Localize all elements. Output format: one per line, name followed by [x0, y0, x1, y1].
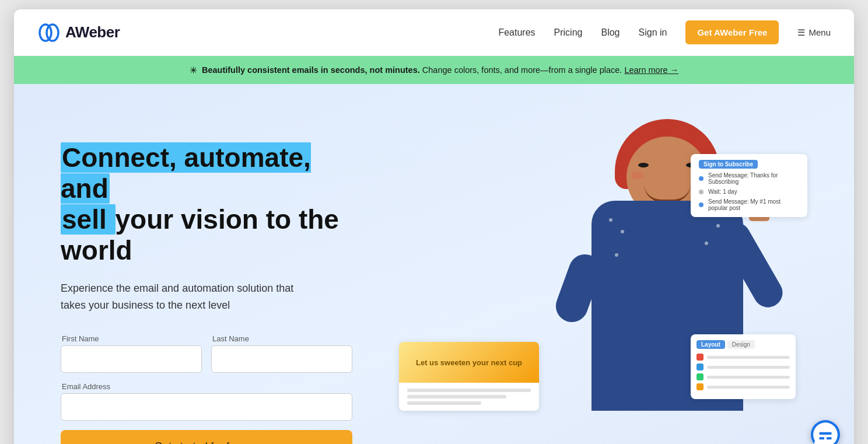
- nav-links: Features Pricing Blog Sign in Get AWeber…: [498, 20, 831, 44]
- hero-title-sell-highlight: sell: [61, 204, 116, 235]
- name-fields-row: First Name Last Name: [61, 334, 352, 373]
- hero-image-area: Sign to Subscribe Send Message: Thanks f…: [352, 119, 831, 411]
- email-label: Email Address: [61, 382, 352, 391]
- first-name-label: First Name: [61, 334, 202, 343]
- nav-signin[interactable]: Sign in: [639, 27, 667, 38]
- builder-row-1: [696, 354, 790, 361]
- nav-pricing[interactable]: Pricing: [554, 27, 583, 38]
- automation-row-2: Send Message: Thanks for Subscribing: [699, 172, 799, 185]
- builder-bar-4: [707, 386, 790, 389]
- email-card-line-2: [407, 395, 506, 398]
- builder-color-swatch-3: [696, 373, 704, 380]
- navbar: AWeber Features Pricing Blog Sign in Get…: [14, 9, 854, 56]
- menu-label: Menu: [808, 27, 831, 37]
- email-card-line-1: [407, 389, 531, 392]
- svg-point-1: [47, 25, 58, 41]
- email-card-line-3: [407, 401, 481, 405]
- first-name-input[interactable]: [61, 345, 202, 373]
- builder-bar-2: [707, 366, 790, 369]
- person-smile: [644, 184, 691, 202]
- banner-bold: Beautifully consistent emails in seconds…: [202, 65, 420, 75]
- hero-content: Connect, automate, and sell your vision …: [61, 119, 352, 444]
- automation-label-3: Send Message: My #1 most popular post: [708, 198, 799, 211]
- email-card-header-text: Let us sweeten your next cup: [416, 358, 522, 367]
- automation-tag-subscribe: Sign to Subscribe: [699, 160, 758, 169]
- builder-color-swatch-1: [696, 354, 704, 361]
- browser-window: AWeber Features Pricing Blog Sign in Get…: [14, 9, 854, 444]
- automation-row-1: Sign to Subscribe: [699, 160, 799, 169]
- announcement-banner: ✳ Beautifully consistent emails in secon…: [14, 56, 854, 84]
- hero-section: Connect, automate, and sell your vision …: [14, 84, 854, 444]
- hero-subtitle: Experience the email and automation solu…: [61, 280, 294, 314]
- automation-dot-1: [699, 176, 704, 181]
- email-input[interactable]: [61, 393, 352, 421]
- chat-icon: [811, 420, 840, 444]
- nav-blog[interactable]: Blog: [601, 27, 620, 38]
- hero-title: Connect, automate, and sell your vision …: [61, 142, 352, 266]
- hamburger-icon: ☰: [797, 27, 805, 38]
- builder-color-swatch-2: [696, 363, 704, 370]
- last-name-label: Last Name: [211, 334, 352, 343]
- automation-dot-3: [699, 202, 704, 207]
- builder-row-2: [696, 363, 790, 370]
- builder-btn-layout: Layout: [696, 340, 725, 349]
- email-field-wrapper: Email Address: [61, 382, 352, 421]
- builder-bar-1: [707, 356, 790, 359]
- builder-row-3: [696, 373, 790, 380]
- logo[interactable]: AWeber: [37, 21, 120, 44]
- automation-card: Sign to Subscribe Send Message: Thanks f…: [691, 154, 807, 217]
- hero-title-line1: Connect, automate, and: [61, 142, 311, 204]
- builder-row-4: [696, 383, 790, 390]
- builder-bar-3: [707, 376, 790, 379]
- automation-label-2: Wait: 1 day: [708, 188, 737, 195]
- email-builder-card: Layout Design: [691, 334, 796, 399]
- banner-text: Beautifully consistent emails in seconds…: [202, 64, 678, 76]
- person-cheek-left: [631, 172, 644, 180]
- automation-dot-2: [699, 190, 704, 194]
- first-name-field: First Name: [61, 334, 202, 373]
- email-card-body: [399, 383, 539, 411]
- aweber-logo-icon: [37, 21, 61, 44]
- email-card-image: Let us sweeten your next cup: [399, 342, 539, 383]
- builder-buttons: Layout Design: [696, 340, 790, 349]
- nav-menu-button[interactable]: ☰ Menu: [797, 27, 831, 38]
- person-eye-left: [638, 163, 649, 167]
- builder-btn-design: Design: [727, 340, 755, 349]
- email-template-card: Let us sweeten your next cup: [399, 342, 539, 411]
- automation-label-1: Send Message: Thanks for Subscribing: [708, 172, 799, 185]
- chat-bubble-button[interactable]: [811, 420, 840, 444]
- last-name-input[interactable]: [211, 345, 352, 373]
- logo-text: AWeber: [65, 23, 120, 41]
- get-aweber-free-button[interactable]: Get AWeber Free: [685, 20, 779, 44]
- hero-title-highlight: Connect, automate, and: [61, 142, 311, 204]
- builder-color-swatch-4: [696, 383, 704, 390]
- banner-learn-more-link[interactable]: Learn more →: [624, 65, 678, 75]
- banner-icon: ✳: [190, 65, 197, 76]
- hero-title-sell: sell: [62, 204, 107, 235]
- automation-row-3: Wait: 1 day: [699, 188, 799, 195]
- banner-body: Change colors, fonts, and more—from a si…: [422, 65, 622, 75]
- last-name-field: Last Name: [211, 334, 352, 373]
- nav-features[interactable]: Features: [498, 27, 535, 38]
- automation-row-4: Send Message: My #1 most popular post: [699, 198, 799, 211]
- get-started-button[interactable]: Get started for free →: [61, 430, 352, 444]
